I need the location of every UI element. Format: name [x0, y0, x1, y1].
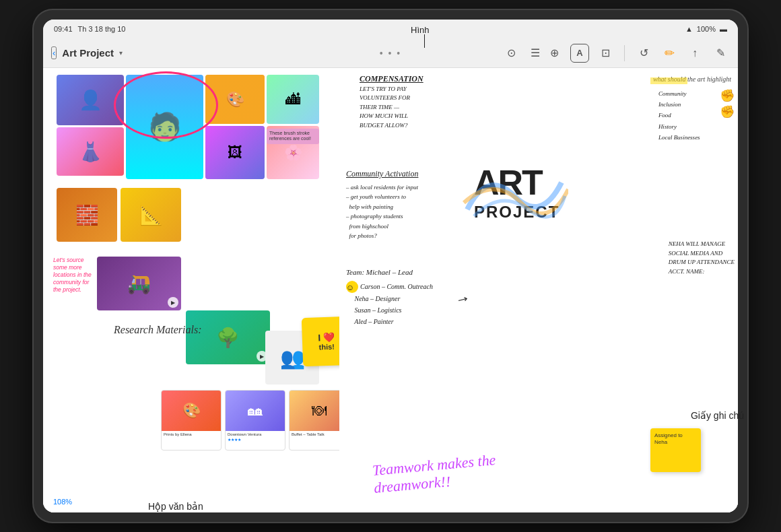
- zoom-indicator: 108%: [53, 498, 72, 506]
- card-downtown-label: Downtown Ventura★★★★: [226, 431, 285, 444]
- project-title: Art Project: [62, 47, 114, 59]
- edit-icon[interactable]: ✎: [711, 44, 730, 63]
- back-chevron-icon: ‹: [53, 48, 55, 58]
- ipad-frame: 09:41 Th 3 18 thg 10 ▲ 100% ▬ ‹ Art Proj…: [34, 10, 747, 522]
- share-icon[interactable]: ↑: [685, 44, 704, 63]
- team-section: Team: Michael – Lead ☺Carson – Comm. Out…: [346, 267, 433, 327]
- teamwork-text: Teamwork makes the dreamwork!!: [372, 451, 498, 498]
- main-content: 👤 👗 🧑 🎨 🖼 🏙: [43, 68, 738, 512]
- photo-5[interactable]: 🖼: [205, 126, 265, 179]
- team-members: ☺Carson – Comm. Outreach Neha – Designer…: [346, 281, 433, 328]
- photo-1[interactable]: 👤: [57, 75, 124, 125]
- community-act-items: – ask local residents for input – get yo…: [346, 182, 418, 240]
- photo-4[interactable]: 🎨: [205, 75, 265, 124]
- orange-photo[interactable]: 🧱: [57, 188, 117, 242]
- image-row-3[interactable]: 🛺 ▶ 🌳 ▶: [97, 257, 181, 364]
- brush-stroke-note: These brush stroke references are cool!: [267, 129, 319, 144]
- photo-3[interactable]: 🧑: [126, 75, 203, 179]
- art-scribble-svg: [461, 156, 568, 223]
- grid-icon[interactable]: ☰: [526, 44, 545, 63]
- play-button-1[interactable]: ▶: [168, 297, 178, 308]
- photo-2[interactable]: 👗: [57, 127, 124, 176]
- time: 09:41: [54, 25, 73, 33]
- sticky-note-text: Assigned to Neha: [654, 432, 683, 445]
- toolbar-right: ⊕ A ⊡ ↺ ✏ ↑ ✎: [545, 44, 730, 63]
- toolbar: ‹ Art Project ▾ ⊙ ☰ • • • ⊕ A ⊡ ↺ ✏ ↑: [43, 38, 738, 68]
- team-list: ☺Carson – Comm. Outreach Neha – Designer…: [346, 281, 433, 328]
- search-icon[interactable]: ⊙: [502, 44, 520, 63]
- sticky-note[interactable]: Assigned to Neha: [650, 428, 701, 472]
- community-text-annotation: Let's source some more locations in the …: [53, 257, 97, 294]
- undo-icon[interactable]: ↺: [634, 44, 653, 63]
- toolbar-center: • • •: [380, 48, 401, 59]
- compensation-section: COMPENSATION LET'S TRY TO PAYVOLUNTEERS …: [360, 73, 423, 130]
- hinh-annotation-line: [424, 34, 425, 48]
- photo-6[interactable]: 🏙: [267, 75, 319, 124]
- heart-icon: I ❤️: [318, 332, 335, 343]
- status-right: ▲ 100% ▬: [685, 25, 727, 33]
- image-cards-row: 🎨 Prints by Ellena CHANGE Coming Togethe…: [161, 390, 349, 451]
- team-label: Team: Michael – Lead: [346, 267, 433, 279]
- community-act-title: Community Activation: [346, 168, 418, 180]
- highlight-item-history: History: [658, 121, 731, 132]
- compensation-title: COMPENSATION: [360, 73, 423, 85]
- date: Th 3 18 thg 10: [78, 25, 126, 33]
- insert-icon[interactable]: ⊕: [545, 44, 564, 63]
- whiteboard-content: COMPENSATION LET'S TRY TO PAYVOLUNTEERS …: [339, 68, 738, 512]
- yellow-photo[interactable]: 📐: [121, 188, 181, 242]
- dropdown-arrow-icon[interactable]: ▾: [119, 49, 123, 57]
- battery: 100%: [697, 25, 716, 33]
- card-prints-label: Prints by Ellena: [162, 431, 221, 439]
- three-dots: • • •: [380, 48, 401, 59]
- wifi-icon: ▲: [685, 25, 693, 33]
- left-panel: 👤 👗 🧑 🎨 🖼 🏙: [43, 68, 339, 512]
- image-collage[interactable]: 👤 👗 🧑 🎨 🖼 🏙: [57, 75, 319, 179]
- video-2[interactable]: 🌳 ▶: [186, 310, 270, 364]
- card-downtown[interactable]: 🏘 Downtown Ventura★★★★: [225, 390, 285, 451]
- giay-ghi-chu-label: Giấy ghi chú: [691, 410, 744, 421]
- research-materials-label: Research Materials:: [114, 324, 201, 336]
- back-button[interactable]: ‹: [51, 46, 57, 59]
- compensation-body: LET'S TRY TO PAYVOLUNTEERS FORTHEIR TIME…: [360, 85, 423, 131]
- arrow-icon: ↗: [454, 289, 470, 308]
- battery-icon: ▬: [720, 25, 727, 33]
- right-panel: COMPENSATION LET'S TRY TO PAYVOLUNTEERS …: [339, 68, 738, 512]
- toolbar-left: ‹ Art Project ▾ ⊙ ☰: [51, 44, 545, 63]
- art-project-display: ART PROJECT: [474, 162, 559, 222]
- community-activation-section: Community Activation – ask local residen…: [346, 168, 418, 240]
- fist-icon-1: ✊: [720, 88, 735, 103]
- ipad-screen: 09:41 Th 3 18 thg 10 ▲ 100% ▬ ‹ Art Proj…: [43, 20, 738, 512]
- neha-section: NEHA WILL MANAGESOCIAL MEDIA ANDDRUM UP …: [669, 240, 735, 276]
- text-icon[interactable]: A: [570, 44, 589, 63]
- fist-icons: ✊ ✊: [720, 88, 735, 119]
- video-1[interactable]: 🛺 ▶: [97, 257, 181, 310]
- status-bar: 09:41 Th 3 18 thg 10 ▲ 100% ▬: [43, 20, 738, 38]
- hop-van-ban-label: Hộp văn bản: [148, 501, 203, 512]
- highlight-item-local: Local Businesses: [658, 132, 731, 143]
- image-icon[interactable]: ⊡: [596, 44, 615, 63]
- love-sticky-text: this!: [318, 343, 335, 352]
- status-left: 09:41 Th 3 18 thg 10: [54, 25, 125, 33]
- card-prints[interactable]: 🎨 Prints by Ellena: [161, 390, 222, 451]
- pencil-icon[interactable]: ✏: [660, 44, 679, 63]
- hinh-annotation-label: Hình: [411, 25, 429, 35]
- yellow-highlight: [650, 77, 687, 84]
- fist-icon-2: ✊: [720, 104, 735, 119]
